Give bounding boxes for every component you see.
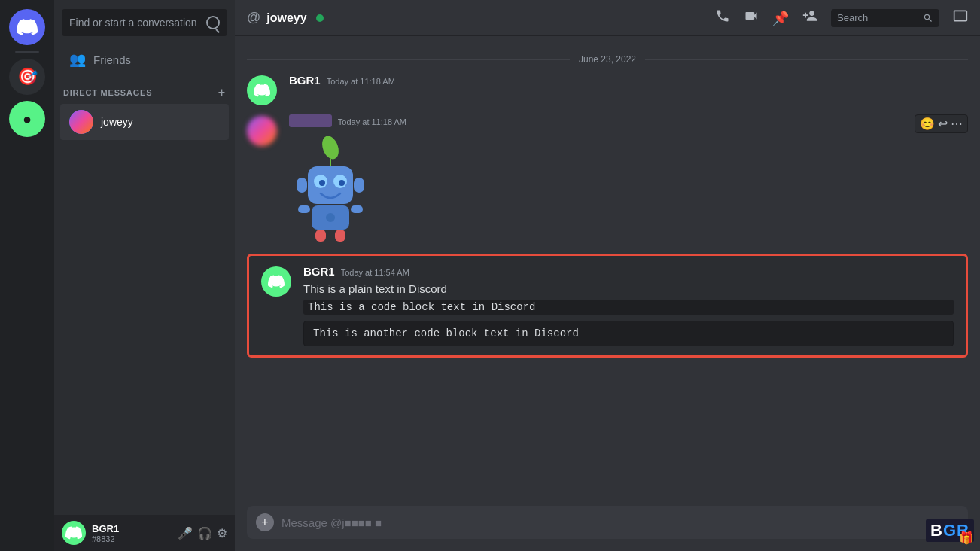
svg-point-10	[326, 213, 335, 222]
search-placeholder-text: Find or start a conversation	[69, 17, 197, 29]
user-controls: 🎤 🎧 ⚙	[178, 526, 227, 540]
joweyy-time: Today at 11:18 AM	[338, 117, 406, 126]
bgr1-time-1: Today at 11:18 AM	[327, 77, 395, 86]
server2-icon[interactable]: ●	[9, 101, 45, 137]
message-input-area: +	[235, 506, 980, 551]
svg-point-0	[319, 136, 342, 161]
joweyy-avatar	[247, 116, 277, 146]
dm-section-label: DIRECT MESSAGES	[63, 88, 152, 97]
svg-rect-13	[298, 205, 310, 213]
user-bar: BGR1 #8832 🎤 🎧 ⚙	[54, 515, 235, 551]
date-divider: June 23, 2022	[235, 48, 980, 71]
user-tag-display: #8832	[92, 534, 172, 543]
header-search[interactable]: Search	[831, 9, 939, 27]
joweyy-author[interactable]: jo■■■y	[289, 114, 332, 127]
robot-image	[289, 136, 372, 242]
friends-label: Friends	[93, 53, 131, 66]
server1-icon[interactable]: 🎯	[9, 59, 45, 95]
attach-file-button[interactable]: +	[256, 513, 274, 531]
chat-header: @ joweyy 📌 Search	[235, 0, 980, 36]
bgr1-author-1[interactable]: BGR1	[289, 74, 321, 87]
at-symbol: @	[247, 10, 260, 26]
dm-joweyy-avatar	[69, 110, 93, 134]
user-avatar	[62, 521, 86, 545]
dm-section-header: DIRECT MESSAGES +	[54, 74, 235, 104]
mic-button[interactable]: 🎤	[178, 526, 193, 540]
plain-text-msg: This is a plain text in Discord	[303, 281, 954, 297]
bgr1-author-2[interactable]: BGR1	[303, 265, 335, 278]
bgr1-avatar-1	[247, 75, 277, 105]
rail-divider	[15, 51, 39, 53]
header-icons: 📌 Search	[715, 8, 968, 27]
code-inline-text: This is a code block text in Discord	[303, 300, 954, 315]
joweyy-msg-content: jo■■■y Today at 11:18 AM	[289, 114, 968, 245]
messages-area: June 23, 2022 BGR1 Today at 11:18 AM jo■…	[235, 36, 980, 506]
friends-icon: 👥	[69, 51, 86, 68]
video-icon[interactable]	[744, 8, 759, 27]
inbox-icon[interactable]	[953, 8, 968, 27]
bgr-text-b: B	[930, 521, 943, 540]
message-actions: 😊 ↩ ⋯	[915, 114, 968, 133]
svg-point-6	[339, 180, 345, 186]
dm-joweyy-name: joweyy	[101, 116, 133, 128]
svg-rect-8	[354, 178, 364, 193]
search-text: Search	[837, 12, 868, 23]
svg-rect-11	[315, 230, 326, 242]
highlighted-msg-group: BGR1 Today at 11:54 AM This is a plain t…	[261, 265, 954, 346]
bgr1-msg1-content: BGR1 Today at 11:18 AM	[289, 74, 968, 105]
dm-joweyy-item[interactable]: joweyy	[60, 104, 229, 140]
discord-home-icon[interactable]	[9, 9, 45, 45]
online-status-dot	[316, 14, 324, 22]
add-friend-icon[interactable]	[802, 8, 817, 27]
pin-icon[interactable]: 📌	[772, 10, 789, 26]
emoji-react-button[interactable]: 😊	[920, 117, 935, 131]
highlighted-msg-content: BGR1 Today at 11:54 AM This is a plain t…	[303, 265, 954, 346]
svg-rect-14	[351, 205, 363, 213]
svg-rect-7	[297, 178, 307, 193]
bgr1-time-2: Today at 11:54 AM	[341, 268, 409, 277]
reply-button[interactable]: ↩	[938, 117, 948, 131]
highlighted-message-box: BGR1 Today at 11:54 AM This is a plain t…	[247, 254, 968, 358]
chat-username: joweyy	[266, 11, 306, 25]
message-input-field[interactable]	[282, 516, 959, 529]
find-conversation-search[interactable]: Find or start a conversation	[62, 9, 227, 36]
main-chat-area: @ joweyy 📌 Search June 2	[235, 0, 980, 551]
message-group-bgr1-1: BGR1 Today at 11:18 AM	[235, 71, 980, 108]
friends-nav-item[interactable]: 👥 Friends	[60, 45, 229, 74]
svg-rect-12	[335, 230, 345, 242]
settings-button[interactable]: ⚙	[217, 526, 227, 540]
headphone-button[interactable]: 🎧	[197, 526, 212, 540]
svg-point-5	[319, 180, 325, 186]
user-info: BGR1 #8832	[92, 523, 172, 543]
gift-icon[interactable]: 🎁	[959, 531, 974, 545]
bottom-right-icons: 🎁	[959, 531, 974, 545]
username-display: BGR1	[92, 523, 172, 534]
dm-add-button[interactable]: +	[218, 86, 226, 99]
message-input-box: +	[247, 506, 968, 539]
date-text: June 23, 2022	[579, 54, 636, 65]
icon-rail: 🎯 ●	[0, 0, 54, 551]
bgr1-avatar-2	[261, 266, 291, 297]
more-options-button[interactable]: ⋯	[951, 117, 963, 131]
dm-sidebar: Find or start a conversation 👥 Friends D…	[54, 0, 235, 551]
code-block-text: This is another code block text in Disco…	[303, 321, 954, 346]
message-group-joweyy: jo■■■y Today at 11:18 AM	[235, 111, 980, 248]
call-icon[interactable]	[715, 8, 730, 27]
